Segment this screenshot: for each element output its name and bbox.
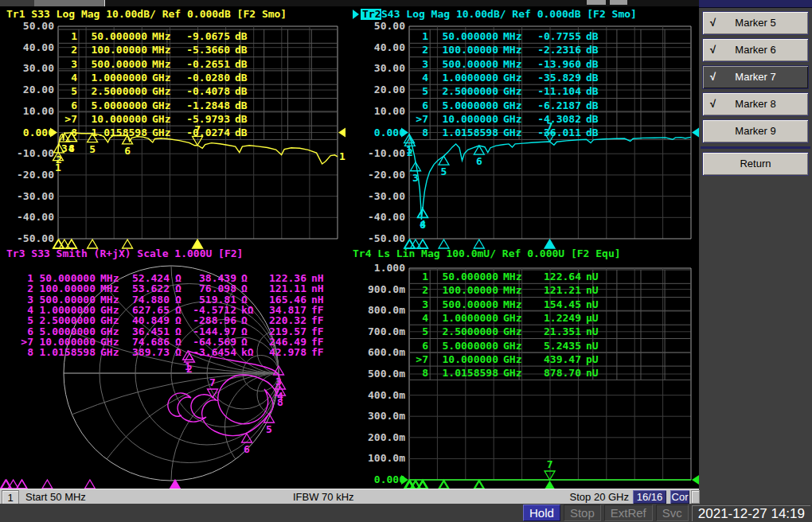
svg-text:-36.011: -36.011 — [537, 127, 581, 138]
extref-indicator: ExtRef — [604, 504, 653, 521]
svg-text:1: 1 — [71, 30, 77, 42]
svg-text:6: 6 — [244, 443, 250, 455]
svg-text:-20.00: -20.00 — [368, 169, 405, 181]
svg-text:-20.00: -20.00 — [17, 169, 54, 181]
svg-text:6: 6 — [71, 99, 77, 111]
measurement-display: 50.0040.0030.0020.0010.000.000-10.00-20.… — [0, 6, 699, 489]
svg-text:1.0158598: 1.0158598 — [443, 127, 499, 138]
svg-text:nU: nU — [586, 298, 599, 310]
svg-text:dB: dB — [235, 99, 248, 111]
softkey-label: Marker 8 — [735, 98, 775, 110]
svg-text:dB: dB — [586, 58, 599, 70]
svg-text:8: 8 — [71, 127, 77, 138]
top-strip-mini-button — [587, 0, 606, 5]
svg-text:5.0000000: 5.0000000 — [92, 99, 148, 111]
svg-text:8: 8 — [68, 142, 75, 154]
svg-text:-0.2651: -0.2651 — [186, 58, 230, 70]
softkey-marker-9[interactable]: Marker 9 — [702, 119, 809, 143]
svg-text:fF: fF — [311, 346, 324, 358]
svg-text:5.0000000: 5.0000000 — [443, 99, 499, 111]
svg-text:122.64: 122.64 — [544, 271, 581, 282]
svg-text:5: 5 — [422, 85, 428, 97]
svg-text:-5.9793: -5.9793 — [186, 113, 230, 125]
svg-text:2: 2 — [71, 44, 77, 56]
svg-text:GHz: GHz — [503, 113, 521, 125]
ifbw-label: IFBW 70 kHz — [293, 490, 354, 504]
softkey-marker-7[interactable]: √ Marker 7 — [702, 65, 809, 89]
svg-text:nU: nU — [586, 284, 599, 296]
svg-text:>7: >7 — [416, 353, 428, 365]
svg-text:GHz: GHz — [503, 367, 521, 379]
svg-text:7: 7 — [547, 458, 553, 470]
svg-text:Ω: Ω — [175, 346, 182, 358]
channel-status-bar: 1 Start 50 MHz IFBW 70 kHz Stop 20 GHz 1… — [0, 489, 699, 505]
svg-text:dB: dB — [586, 99, 599, 111]
svg-text:1: 1 — [422, 30, 428, 42]
top-strip-tab — [34, 0, 105, 6]
svg-text:2: 2 — [422, 284, 428, 296]
tr1-panel: 50.0040.0030.0020.0010.000.000-10.00-20.… — [6, 8, 345, 248]
svg-text:2: 2 — [407, 146, 413, 158]
svg-text:dB: dB — [235, 72, 248, 84]
svg-text:GHz: GHz — [503, 312, 521, 324]
svg-text:500.00000: 500.00000 — [443, 298, 499, 310]
svg-text:1: 1 — [339, 150, 345, 162]
svg-text:dB: dB — [586, 85, 599, 97]
svg-text:MHz: MHz — [503, 271, 521, 282]
svg-text:500.0m: 500.0m — [368, 368, 405, 380]
svg-text:100.0m: 100.0m — [368, 452, 405, 464]
svg-text:-11.104: -11.104 — [537, 85, 581, 97]
check-icon: √ — [710, 93, 716, 115]
trace-title: Tr1 S33 Log Mag 10.00dB/ Ref 0.000dB [F2… — [6, 8, 287, 20]
svg-text:389.73: 389.73 — [132, 346, 170, 358]
svg-text:-35.829: -35.829 — [537, 72, 581, 84]
softkey-separator — [701, 146, 810, 149]
svg-text:nU: nU — [586, 325, 599, 337]
marker-triangle — [170, 480, 180, 489]
svg-text:10.00: 10.00 — [23, 105, 54, 117]
svg-text:GHz: GHz — [152, 99, 170, 111]
svg-text:>7: >7 — [416, 113, 428, 125]
svg-text:200.0m: 200.0m — [368, 431, 405, 443]
svg-text:2.5000000: 2.5000000 — [443, 85, 499, 97]
svg-text:6: 6 — [124, 145, 131, 157]
svg-text:nU: nU — [586, 340, 599, 352]
softkey-return[interactable]: Return — [702, 152, 809, 176]
svg-text:dB: dB — [586, 30, 599, 42]
svg-text:100.00000: 100.00000 — [443, 44, 499, 56]
softkey-marker-5[interactable]: √ Marker 5 — [702, 11, 809, 35]
svg-text:MHz: MHz — [503, 44, 521, 56]
vna-screen: 50.0040.0030.0020.0010.000.000-10.00-20.… — [0, 0, 812, 522]
svg-text:20.00: 20.00 — [374, 84, 405, 95]
svg-text:dB: dB — [586, 72, 599, 84]
svg-text:8: 8 — [422, 127, 428, 138]
svg-text:MHz: MHz — [152, 30, 170, 42]
sweep-count-badge: 16/16 — [633, 490, 666, 504]
svg-text:5.2435: 5.2435 — [544, 340, 581, 352]
trace-title: Tr3 S33 Smith (R+jX) Scale 1.000U [F2] — [6, 247, 243, 259]
marker-triangle — [439, 156, 449, 165]
tr2-panel: 50.0040.0030.0020.0010.000.000-10.00-20.… — [353, 8, 699, 248]
softkey-marker-8[interactable]: √ Marker 8 — [702, 92, 809, 116]
svg-text:1.0000000: 1.0000000 — [92, 72, 148, 84]
softkey-header-strip — [699, 0, 812, 8]
softkey-label: Marker 9 — [735, 125, 775, 137]
marker-triangle — [545, 481, 555, 489]
svg-text:20.00: 20.00 — [23, 84, 54, 95]
svg-text:MHz: MHz — [152, 58, 170, 70]
status-mini-button[interactable] — [691, 490, 700, 504]
svg-text:42.978: 42.978 — [269, 346, 306, 358]
svg-text:1.0158598: 1.0158598 — [92, 127, 148, 138]
svg-text:5.0000000: 5.0000000 — [443, 340, 499, 352]
svg-text:8: 8 — [420, 219, 426, 231]
trace-title: S43 Log Mag 10.00dB/ Ref 0.000dB [F2 Smo… — [381, 8, 637, 20]
svg-text:5: 5 — [422, 325, 428, 337]
svg-text:dB: dB — [235, 30, 248, 42]
instrument-status-bar: Hold Stop ExtRef Svc 2021-12-27 14:19 — [0, 504, 812, 522]
svg-text:100.00000: 100.00000 — [92, 44, 148, 56]
softkey-marker-6[interactable]: √ Marker 6 — [702, 38, 809, 62]
svg-text:dB: dB — [235, 85, 248, 97]
correction-badge: Cor — [670, 490, 689, 504]
svg-text:-30.00: -30.00 — [368, 190, 405, 202]
svg-text:dB: dB — [235, 127, 248, 138]
